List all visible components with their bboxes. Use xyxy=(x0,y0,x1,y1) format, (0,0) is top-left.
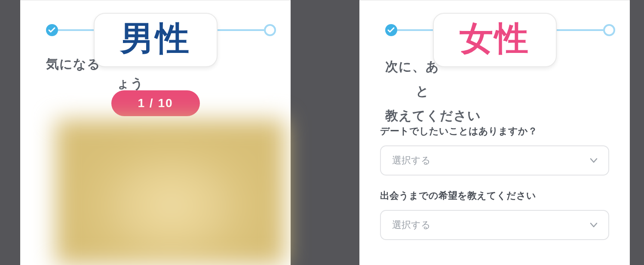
select-date-activity[interactable]: 選択する xyxy=(380,145,609,176)
divider xyxy=(359,0,630,0)
divider xyxy=(20,0,291,0)
female-card: 次に、あ ＿＿＿＿＿＿＿＿＿＿＿＿＿＿ と 教えてください 女性 デートでしたい… xyxy=(359,0,630,265)
question-label-1: デートでしたいことはありますか？ xyxy=(380,125,609,138)
progress-step-pending xyxy=(603,24,615,36)
svg-point-3 xyxy=(604,25,614,35)
select-placeholder: 選択する xyxy=(392,154,431,167)
progress-step-done xyxy=(385,24,397,36)
profile-blurred-image xyxy=(55,120,285,265)
progress-step-done xyxy=(46,24,58,36)
chevron-down-icon xyxy=(589,221,598,229)
progress-step-pending xyxy=(264,24,276,36)
gender-badge-female: 女性 xyxy=(433,13,557,67)
select-meeting-preference[interactable]: 選択する xyxy=(380,210,609,240)
gender-badge-label: 女性 xyxy=(460,19,530,57)
heading-part-left: 気になる xyxy=(46,57,101,71)
gender-badge-label: 男性 xyxy=(120,19,191,57)
male-card: 気になる ＿＿＿＿＿＿＿＿＿＿＿＿＿＿＿＿＿ ょう 男性 1 / 10 xyxy=(20,0,291,265)
form-area: デートでしたいことはありますか？ 選択する 出会うまでの希望を教えてください 選… xyxy=(380,125,609,254)
gender-badge-male: 男性 xyxy=(94,13,218,67)
question-label-2: 出会うまでの希望を教えてください xyxy=(380,189,609,202)
select-placeholder: 選択する xyxy=(392,219,431,231)
heading-part-right: ょう xyxy=(117,76,144,90)
heading-line1-left: 次に、あ xyxy=(385,59,439,74)
heading-line2: 教えてください xyxy=(385,108,481,123)
svg-point-1 xyxy=(265,25,275,35)
progress-count-pill: 1 / 10 xyxy=(111,90,199,116)
progress-count-text: 1 / 10 xyxy=(138,96,173,110)
heading-line1-right: と xyxy=(416,84,429,98)
chevron-down-icon xyxy=(589,156,598,165)
